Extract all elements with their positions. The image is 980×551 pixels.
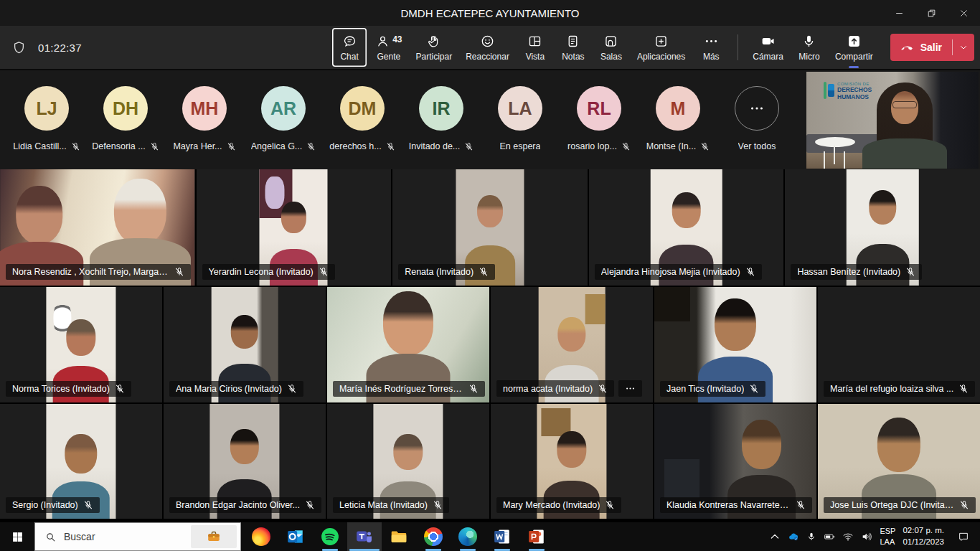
video-tile[interactable]: Jaen Tics (Invitado) — [654, 287, 816, 402]
more-icon — [704, 34, 719, 49]
tray-chevron-up-icon[interactable] — [769, 531, 781, 542]
roster-name: Defensoria ... — [92, 141, 145, 151]
more-button[interactable]: Más — [694, 28, 728, 67]
participant-name: Jaen Tics (Invitado) — [666, 384, 744, 394]
meeting-toolbar: 01:22:37 Chat 43 Gente Participar Reacci… — [0, 26, 980, 70]
muted-mic-icon — [468, 384, 479, 394]
battery-icon[interactable] — [824, 531, 835, 542]
participant-more-button[interactable] — [618, 380, 642, 397]
taskbar-chrome-icon[interactable] — [416, 522, 451, 551]
minimize-button[interactable] — [883, 0, 915, 26]
taskbar-outlook-icon[interactable] — [278, 522, 313, 551]
volume-icon[interactable] — [861, 531, 872, 542]
video-tile[interactable]: Ana Maria Cirios (Invitado) — [164, 287, 326, 402]
notes-button[interactable]: Notas — [556, 28, 590, 67]
apps-button[interactable]: Aplicaciones — [632, 28, 690, 67]
share-indicator — [849, 66, 859, 68]
apps-icon — [654, 34, 669, 49]
window-controls — [883, 0, 980, 26]
video-tile[interactable]: norma acata (Invitado) — [491, 287, 653, 402]
close-icon — [959, 9, 969, 18]
video-tile[interactable]: Hassan Benítez (Invitado) — [785, 169, 980, 286]
participant-nameplate: Sergio (Invitado) — [6, 497, 100, 513]
taskbar-teams-icon[interactable] — [347, 522, 382, 551]
language-indicator[interactable]: ESP LAA — [880, 526, 895, 547]
taskbar-word-icon[interactable] — [485, 522, 519, 551]
participant-name: Renata (Invitado) — [405, 267, 473, 277]
participant-name: Yerardin Lecona (Invitado) — [209, 267, 314, 277]
wifi-icon[interactable] — [842, 531, 854, 542]
chat-button[interactable]: Chat — [332, 28, 367, 67]
mic-button[interactable]: Micro — [792, 28, 826, 67]
taskbar-powerpoint-icon[interactable] — [519, 522, 554, 551]
share-button[interactable]: Compartir — [830, 28, 878, 67]
video-tile[interactable]: Alejandra Hinojosa Mejia (Invitado) — [589, 169, 784, 286]
participant-nameplate: Jaen Tics (Invitado) — [660, 381, 765, 397]
layout-icon — [527, 34, 542, 49]
close-button[interactable] — [948, 0, 980, 26]
muted-mic-icon — [958, 384, 969, 394]
participant-name: Brandon Edgar Jacinto Oliver... — [176, 500, 300, 510]
video-tile[interactable]: Renata (Invitado) — [392, 169, 588, 286]
smiley-icon — [480, 34, 495, 49]
notes-label: Notas — [562, 52, 584, 62]
taskbar-edge-icon[interactable] — [451, 522, 485, 551]
roster-item[interactable]: MH Mayra Her... — [165, 86, 244, 169]
raise-hand-button[interactable]: Participar — [411, 28, 458, 67]
people-button[interactable]: 43 Gente — [370, 28, 407, 67]
start-button[interactable] — [0, 522, 34, 551]
video-tile[interactable]: Klaudia Kontreras Navarrete (... — [654, 404, 816, 519]
video-tile[interactable]: Mary Mercado (Invitado) — [491, 404, 653, 519]
react-button[interactable]: Reaccionar — [461, 28, 514, 67]
leave-button[interactable]: Salir — [890, 40, 952, 55]
taskbar-spotify-icon[interactable] — [313, 522, 347, 551]
participant-nameplate: Alejandra Hinojosa Mejia (Invitado) — [595, 264, 762, 280]
leave-options-button[interactable] — [953, 43, 974, 52]
language-code: ESP — [880, 526, 895, 537]
notification-icon — [958, 531, 969, 542]
roster-item[interactable]: LJ Lidia Castill... — [7, 86, 86, 169]
roster-item[interactable]: DM derechos h... — [323, 86, 402, 169]
avatar: MH — [182, 86, 227, 131]
video-tile[interactable]: Brandon Edgar Jacinto Oliver... — [164, 404, 326, 519]
self-view-video[interactable]: COMISIÓN DE DERECHOS HUMANOS — [806, 72, 979, 169]
muted-mic-icon — [83, 500, 93, 510]
video-tile[interactable]: María Inés Rodríguez Torres (... — [327, 287, 489, 402]
tray-mic-icon[interactable] — [806, 531, 816, 542]
video-tile[interactable]: Jose Luis Ortega DJC (Invitad... — [818, 404, 980, 519]
video-tile-camera-off[interactable]: María del refugio loaiza silva ... — [818, 287, 980, 402]
more-label: Más — [703, 52, 720, 62]
participant-name: Klaudia Kontreras Navarrete (... — [666, 500, 791, 510]
roster-name: En espera — [500, 141, 541, 151]
view-button[interactable]: Vista — [518, 28, 552, 67]
video-grid-row-3: Sergio (Invitado) Brandon Edgar Jacinto … — [0, 404, 980, 519]
taskbar-firefox-icon[interactable] — [244, 522, 278, 551]
onedrive-icon[interactable] — [788, 531, 799, 542]
roster-item[interactable]: DH Defensoria ... — [86, 86, 165, 169]
roster-item[interactable]: RL rosario lop... — [560, 86, 639, 169]
action-center-button[interactable] — [951, 531, 976, 542]
video-tile[interactable]: Nora Resendiz , Xochilt Trejo, Margari..… — [0, 169, 195, 286]
roster-item[interactable]: AR Angelica G... — [244, 86, 323, 169]
video-tile[interactable]: Norma Torices (Invitado) — [0, 287, 162, 402]
restore-button[interactable] — [915, 0, 948, 26]
muted-mic-icon — [749, 384, 759, 394]
search-highlight-button[interactable] — [191, 525, 237, 548]
search-icon — [45, 532, 56, 542]
system-tray: ESP LAA 02:07 p. m. 01/12/2023 — [769, 522, 980, 551]
see-all-button[interactable]: Ver todos — [717, 86, 796, 169]
taskbar-clock[interactable]: 02:07 p. m. 01/12/2023 — [903, 525, 944, 547]
mic-icon — [801, 34, 816, 49]
participant-name: Jose Luis Ortega DJC (Invitad... — [830, 500, 954, 510]
video-tile[interactable]: Sergio (Invitado) — [0, 404, 162, 519]
roster-item[interactable]: IR Invitado de... — [402, 86, 481, 169]
windows-logo-icon — [11, 531, 24, 543]
video-tile[interactable]: Leticia Mata (Invitado) — [327, 404, 489, 519]
camera-button[interactable]: Cámara — [748, 28, 788, 67]
rooms-button[interactable]: Salas — [594, 28, 628, 67]
roster-item[interactable]: M Montse (In... — [639, 86, 717, 169]
search-box[interactable]: Buscar — [34, 522, 241, 551]
video-tile[interactable]: Yerardin Lecona (Invitado) — [197, 169, 392, 286]
roster-item[interactable]: LA En espera — [481, 86, 560, 169]
taskbar-explorer-icon[interactable] — [382, 522, 416, 551]
